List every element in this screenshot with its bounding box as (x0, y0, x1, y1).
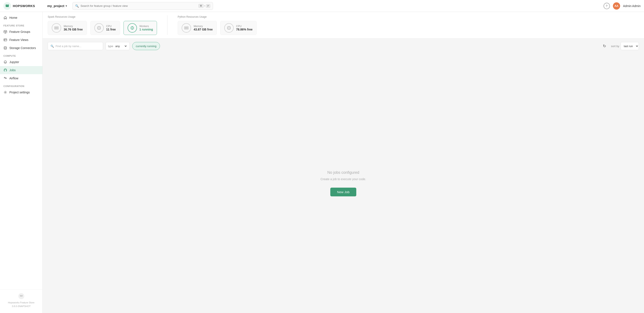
project-selector[interactable]: my_project ▾ (45, 3, 69, 9)
svg-point-16 (132, 28, 133, 29)
python-resources: Python Resources Usage (178, 15, 256, 35)
sidebar: Home Feature Store Feature Groups Featur… (0, 12, 42, 313)
sidebar-item-feature-views-label: Feature Views (9, 38, 28, 42)
python-resources-title: Python Resources Usage (178, 15, 256, 18)
sidebar-section-feature-store: Feature Store (0, 22, 42, 28)
jobs-search-input[interactable] (56, 45, 100, 48)
python-cpu-icon (226, 26, 231, 30)
python-cpu-info: CPU 78.86% free (236, 25, 252, 31)
python-memory-icon-circle (182, 23, 191, 33)
sidebar-item-airflow-label: Airflow (9, 77, 18, 80)
python-cpu-icon-circle (224, 23, 234, 33)
spark-memory-label: Memory (64, 25, 83, 28)
sidebar-item-jobs[interactable]: Jobs (0, 66, 42, 74)
spark-workers-icon-circle (128, 23, 137, 33)
main-content: Spark Resources Usage (42, 12, 644, 313)
svg-point-3 (4, 61, 6, 63)
spark-workers-card: Workers 1 running (124, 21, 157, 35)
spark-resources: Spark Resources Usage (48, 15, 157, 35)
sidebar-item-feature-views[interactable]: Feature Views (0, 36, 42, 44)
feature-groups-icon (4, 30, 7, 34)
svg-point-2 (4, 47, 6, 48)
currently-running-filter[interactable]: currently running (132, 42, 160, 50)
avatar[interactable]: AA (613, 2, 620, 10)
kbd-p: P (206, 4, 210, 8)
kbd-cmd: ⌘ (198, 4, 204, 8)
sidebar-item-project-settings-label: Project settings (9, 91, 30, 94)
spark-memory-card: Memory 36.76 GB free (48, 21, 87, 35)
sidebar-item-storage-connectors[interactable]: Storage Connectors (0, 44, 42, 52)
svg-point-13 (131, 28, 132, 28)
sort-container: sort by last run name created (611, 42, 639, 50)
empty-state: No jobs configured Create a job to execu… (42, 54, 644, 313)
sidebar-item-storage-connectors-label: Storage Connectors (9, 46, 36, 50)
python-cpu-value: 78.86% free (236, 28, 252, 31)
sidebar-item-jupyter[interactable]: Jupyter (0, 58, 42, 66)
global-search-bar: 🔍 ⌘ + P (72, 2, 213, 10)
svg-rect-19 (186, 27, 187, 29)
sidebar-item-airflow[interactable]: Airflow (0, 74, 42, 82)
footer-logo-icon (18, 293, 24, 299)
spark-cpu-icon-circle (94, 23, 104, 33)
python-resource-items: Memory 43.87 GB free (178, 21, 256, 35)
sidebar-item-feature-groups-label: Feature Groups (9, 30, 30, 34)
python-memory-label: Memory (194, 25, 213, 28)
jobs-toolbar: 🔍 type any spark python flink currently … (42, 39, 644, 54)
refresh-button[interactable]: ↻ (601, 42, 608, 50)
spark-resources-title: Spark Resources Usage (48, 15, 157, 18)
empty-state-title: No jobs configured (327, 170, 359, 175)
svg-rect-9 (57, 27, 58, 29)
spark-cpu-info: CPU 11 free (106, 25, 116, 31)
svg-rect-7 (55, 27, 56, 29)
python-memory-icon (184, 26, 189, 30)
cpu-icon (97, 26, 101, 30)
search-icon: 🔍 (75, 4, 79, 8)
memory-icon (54, 26, 59, 30)
feature-views-icon (4, 38, 7, 42)
spark-cpu-value: 11 free (106, 28, 116, 31)
global-search-input[interactable] (80, 4, 197, 8)
svg-point-15 (132, 27, 133, 28)
hopsworks-logo (4, 2, 11, 10)
settings-icon (4, 90, 7, 94)
user-name: Admin Admin (623, 4, 640, 8)
python-memory-card: Memory 43.87 GB free (178, 21, 217, 35)
toolbar-right: ↻ sort by last run name created (601, 42, 639, 50)
svg-rect-8 (56, 27, 57, 29)
jobs-search-container: 🔍 (48, 42, 103, 50)
type-label: type (108, 45, 113, 48)
python-memory-info: Memory 43.87 GB free (194, 25, 213, 31)
search-keyboard-shortcut: ⌘ + P (198, 4, 210, 8)
sort-select-input[interactable]: last run name created (620, 42, 639, 50)
project-name: my_project (47, 4, 64, 8)
sidebar-item-feature-groups[interactable]: Feature Groups (0, 28, 42, 36)
new-job-button[interactable]: New Job (330, 188, 356, 196)
sidebar-section-compute: Compute (0, 52, 42, 58)
sidebar-item-jobs-label: Jobs (9, 69, 16, 72)
resources-bar: Spark Resources Usage (42, 12, 644, 39)
python-memory-value: 43.87 GB free (194, 28, 213, 31)
type-filter-container: type any spark python flink (106, 42, 130, 50)
spark-workers-value: 1 running (140, 28, 153, 31)
svg-point-14 (133, 28, 134, 28)
spark-cpu-label: CPU (106, 25, 116, 28)
spark-cpu-card: CPU 11 free (90, 21, 120, 35)
spark-workers-info: Workers 1 running (140, 25, 153, 31)
jupyter-icon (4, 60, 7, 64)
storage-connectors-icon (4, 46, 7, 50)
sidebar-footer-text: Hopsworks Feature Store 3.8.0-SNAPSHOT (4, 301, 39, 308)
svg-rect-22 (228, 27, 230, 29)
spark-workers-label: Workers (140, 25, 153, 28)
sidebar-item-home[interactable]: Home (0, 14, 42, 22)
sidebar-section-configuration: Configuration (0, 82, 42, 88)
top-navigation: HOPSWORKS my_project ▾ 🔍 ⌘ + P ? AA Admi… (0, 0, 644, 12)
type-select[interactable]: any spark python flink (114, 44, 127, 48)
spark-memory-value: 36.76 GB free (64, 28, 83, 31)
home-icon (4, 16, 7, 20)
help-button[interactable]: ? (604, 3, 610, 9)
svg-rect-11 (98, 27, 100, 29)
logo-area: HOPSWORKS (4, 2, 42, 10)
sidebar-item-project-settings[interactable]: Project settings (0, 88, 42, 96)
nav-right: ? AA Admin Admin (604, 2, 640, 10)
spark-memory-info: Memory 36.76 GB free (64, 25, 83, 31)
